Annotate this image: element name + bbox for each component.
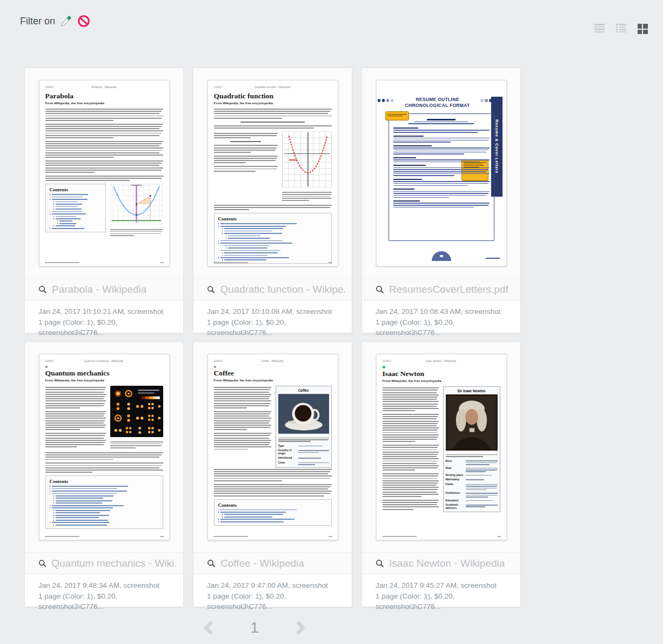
- article-subtitle: From Wikipedia, the free encyclopedia: [45, 379, 163, 382]
- document-details: 1 page (Color: 1), $0.20, screenshot3\C7…: [38, 591, 175, 612]
- thumb-date: 1/24/17: [383, 359, 392, 363]
- text-line: [45, 124, 163, 125]
- article-title: Quadratic function: [214, 92, 332, 100]
- text-line: [45, 469, 163, 471]
- infobox-row: Introduced: [278, 457, 329, 460]
- formula-placeholder: [240, 122, 305, 123]
- document-timestamp: Jan 24, 2017 9:47:00 AM, screenshot: [207, 580, 344, 591]
- text-line: [214, 488, 328, 489]
- text-line: [383, 489, 438, 490]
- toc-entry: [222, 233, 327, 234]
- document-thumbnail[interactable]: Resume & Cover Letters RESUME OUTLINE CH…: [362, 68, 520, 278]
- block-icon[interactable]: [77, 15, 90, 28]
- document-thumbnail[interactable]: 1/24/17 Quantum mechanics - Wikipedia Qu…: [25, 342, 183, 552]
- text-placeholder: [383, 473, 439, 497]
- text-line: [110, 231, 162, 232]
- toc-entry: [218, 240, 327, 242]
- text-line: [383, 445, 439, 446]
- document-thumbnail[interactable]: 1/24/17 Coffee - Wikipedia Coffee From W…: [193, 342, 352, 552]
- text-placeholder: [45, 452, 163, 460]
- document-card-coffee[interactable]: 1/24/17 Coffee - Wikipedia Coffee From W…: [193, 341, 352, 607]
- toc-entry: [222, 245, 327, 246]
- text-line: [45, 398, 104, 399]
- chevron-right-icon[interactable]: [293, 620, 306, 636]
- search-icon: [38, 285, 47, 294]
- document-title-row[interactable]: Quadratic function - Wikipe...: [193, 278, 352, 300]
- text-line: [393, 130, 490, 131]
- text-line: [214, 480, 282, 481]
- infobox-row: Color: [278, 461, 329, 465]
- text-line: [214, 162, 246, 163]
- resume-title-line1: RESUME OUTLINE: [392, 97, 484, 103]
- document-title-row[interactable]: ResumesCoverLetters.pdf: [362, 278, 520, 300]
- document-thumbnail[interactable]: 1/24/17 Quadratic function - Wikipedia Q…: [193, 68, 352, 278]
- document-title: Quantum mechanics - Wiki...: [51, 558, 177, 569]
- thumb-date: 1/24/17: [45, 85, 55, 89]
- document-thumbnail[interactable]: 1/24/17 Isaac Newton - Wikipedia Isaac N…: [362, 342, 520, 552]
- list-view-icon[interactable]: [594, 24, 605, 32]
- detail-list-view-icon[interactable]: [616, 24, 626, 32]
- document-card-newton[interactable]: 1/24/17 Isaac Newton - Wikipedia Isaac N…: [361, 341, 521, 607]
- text-line: [214, 422, 270, 424]
- page-number-mark: [160, 262, 164, 264]
- text-line: [393, 175, 455, 176]
- text-line: [214, 400, 271, 401]
- toc-entry: [53, 218, 102, 219]
- text-line: [214, 133, 278, 134]
- text-line: [45, 109, 163, 110]
- article-icon: [214, 366, 216, 368]
- text-line: [393, 181, 490, 182]
- text-line: [214, 433, 271, 434]
- text-line: [214, 398, 270, 399]
- text-line: [466, 469, 497, 471]
- current-page-number[interactable]: 1: [250, 619, 259, 636]
- text-line: [45, 457, 159, 458]
- toc-entry: [53, 525, 159, 526]
- document-details: 1 page (Color: 1), $0.20, screenshot3\C7…: [38, 317, 175, 338]
- text-line: [383, 437, 438, 438]
- text-placeholder: [214, 133, 278, 138]
- text-line: [282, 194, 331, 195]
- toc-entry: [53, 500, 159, 501]
- document-card-quantum[interactable]: 1/24/17 Quantum mechanics - Wikipedia Qu…: [24, 341, 184, 607]
- text-line: [45, 396, 105, 397]
- text-line: [45, 392, 104, 393]
- text-line: [45, 152, 159, 153]
- document-title-row[interactable]: Coffee - Wikipedia: [193, 552, 352, 574]
- document-title-row[interactable]: Isaac Newton - Wikipedia: [362, 552, 520, 574]
- text-placeholder: [214, 469, 332, 481]
- document-card-quadratic[interactable]: 1/24/17 Quadratic function - Wikipedia Q…: [193, 68, 352, 333]
- document-card-resume[interactable]: Resume & Cover Letters RESUME OUTLINE CH…: [361, 68, 521, 333]
- grid-view-icon[interactable]: [638, 24, 648, 34]
- pencil-icon[interactable]: [60, 15, 72, 28]
- text-placeholder: [214, 109, 332, 119]
- infobox-row: Fields: [446, 483, 498, 491]
- article-icon: [45, 366, 48, 368]
- toc-entry: [53, 206, 102, 207]
- text-line: [393, 193, 488, 194]
- text-line: [466, 495, 497, 496]
- text-line: [45, 150, 162, 151]
- document-card-parabola[interactable]: 1/24/17 Parabola - Wikipedia Parabola Fr…: [24, 68, 184, 333]
- document-title-row[interactable]: Parabola - Wikipedia: [25, 278, 183, 300]
- text-line: [45, 128, 159, 129]
- text-line: [383, 475, 438, 477]
- thumb-date: 1/24/17: [45, 359, 55, 363]
- page-footer: [45, 536, 79, 538]
- text-line: [214, 166, 278, 167]
- document-thumbnail[interactable]: 1/24/17 Parabola - Wikipedia Parabola Fr…: [25, 68, 183, 278]
- text-line: [214, 446, 271, 447]
- document-meta: Jan 24, 2017 10:10:08 AM, screenshot 1 p…: [193, 300, 352, 338]
- text-line: [45, 413, 105, 414]
- document-title-row[interactable]: Quantum mechanics - Wiki...: [25, 552, 183, 574]
- toc-entry: [218, 509, 327, 511]
- search-icon: [207, 559, 216, 568]
- text-line: [214, 156, 278, 157]
- text-line: [466, 484, 498, 485]
- toc-box: Contents: [45, 475, 163, 529]
- chevron-left-icon[interactable]: [203, 620, 216, 636]
- text-line: [298, 450, 329, 451]
- article-title: Parabola: [45, 92, 163, 100]
- text-line: [214, 418, 271, 419]
- toc-title: Contents: [218, 502, 327, 508]
